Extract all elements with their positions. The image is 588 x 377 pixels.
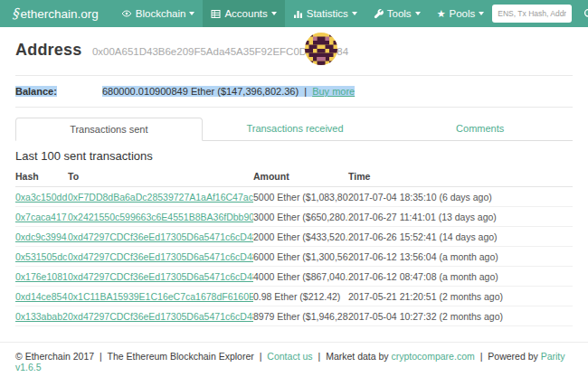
tx-amount: 5000 Ether ($1,083,800.00): [253, 187, 348, 207]
search-input[interactable]: [492, 5, 572, 23]
tx-to-link[interactable]: 0xd47297CDCf36eEd17305D6a5471c6cD482c7e9…: [68, 271, 253, 282]
brand-name: etherchain.org: [21, 7, 99, 21]
nav-item-label: Blockchain: [136, 8, 186, 19]
chevron-down-icon: [479, 12, 484, 15]
footer-market-prefix: Market data by: [326, 351, 388, 362]
balance-separator: |: [304, 86, 307, 97]
footer-separator: |: [318, 351, 320, 362]
tx-hash-link[interactable]: 0xdc9c3994...: [15, 231, 68, 242]
col-header-amount: Amount: [253, 167, 348, 187]
nav-item-pools[interactable]: ★ Pools: [429, 0, 493, 27]
section-title: Last 100 sent transactions: [15, 149, 573, 163]
tx-time: 2017-06-12 13:56:04 (a month ago): [348, 247, 573, 267]
col-header-hash: Hash: [15, 167, 68, 187]
search-icon[interactable]: [583, 8, 588, 20]
table-header-row: Hash To Amount Time: [15, 167, 573, 187]
nav-item-blockchain[interactable]: Blockchain: [113, 0, 204, 27]
tx-time: 2017-06-12 08:47:08 (a month ago): [348, 267, 573, 287]
tx-time: 2017-06-26 15:52:41 (14 days ago): [348, 227, 573, 247]
tx-to-link[interactable]: 0xd47297CDCf36eEd17305D6a5471c6cD482c7e9…: [68, 311, 253, 322]
table-row: 0x133abab2... 0xd47297CDCf36eEd17305D6a5…: [15, 306, 573, 326]
tx-to-link[interactable]: 0x1C11BA15939E1C16eC7ca1678dF6160Ea2063B…: [68, 291, 253, 302]
tab-transactions-sent[interactable]: Transactions sent: [15, 118, 203, 141]
chevron-down-icon: [271, 12, 277, 15]
tab-bar: Transactions sent Transactions received …: [15, 118, 573, 141]
tx-amount: 4000 Ether ($867,040.00): [253, 267, 348, 287]
tx-to-link[interactable]: 0xd47297CDCf36eEd17305D6a5471c6cD482c7e9…: [68, 231, 253, 242]
nav-item-statistics[interactable]: Statistics: [285, 0, 365, 27]
footer-separator: |: [480, 351, 483, 362]
tx-amount: 2000 Ether ($433,520.00): [253, 227, 348, 247]
nav-item-tools[interactable]: Tools: [365, 0, 429, 27]
footer-separator: |: [260, 351, 262, 362]
footer-separator: |: [100, 351, 102, 362]
tx-hash-link[interactable]: 0x176e1081...: [15, 271, 68, 282]
wrench-icon: [374, 9, 384, 19]
contact-us-link[interactable]: Contact us: [267, 351, 312, 362]
tx-amount: 8979 Ether ($1,946,288.04): [253, 306, 348, 326]
eye-icon: [121, 8, 132, 19]
chevron-down-icon: [415, 12, 421, 15]
nav-item-label: Tools: [387, 8, 412, 19]
nav-item-accounts[interactable]: Accounts: [203, 0, 284, 27]
nav-item-label: Statistics: [307, 8, 348, 19]
bar-chart-icon: [293, 9, 303, 19]
tx-amount: 3000 Ether ($650,280.00): [253, 207, 348, 227]
buy-more-link[interactable]: Buy more: [312, 86, 355, 97]
main-content: Address 0x00A651D43B6e209F5Ada45A35F92EF…: [0, 27, 588, 326]
page-footer: © Etherchain 2017 | The Ethereum Blockch…: [0, 342, 588, 372]
tx-time: 2017-07-04 18:35:10 (6 days ago): [348, 187, 573, 207]
search-area: [492, 0, 588, 27]
tab-transactions-received[interactable]: Transactions received: [203, 118, 388, 141]
divider: [15, 107, 573, 108]
tx-hash-link[interactable]: 0xa3c150dd...: [15, 192, 68, 203]
table-row: 0xd14ce854... 0x1C11BA15939E1C16eC7ca167…: [15, 287, 573, 306]
cryptocompare-link[interactable]: cryptocompare.com: [392, 351, 475, 362]
tx-hash-link[interactable]: 0x531505dc...: [15, 251, 68, 262]
table-row: 0xa3c150dd... 0xF7DD8dBa6aDc28539727A1aA…: [15, 187, 573, 207]
tx-hash-link[interactable]: 0x133abab2...: [15, 311, 68, 322]
address-header: Address 0x00A651D43B6e209F5Ada45A35F92EF…: [15, 27, 573, 75]
footer-copyright: © Etherchain 2017: [15, 351, 94, 362]
brand-logo[interactable]: § etherchain.org: [12, 0, 99, 27]
col-header-to: To: [68, 167, 253, 187]
tx-to-link[interactable]: 0x2421550c599663c6E4551B8BA36fDbb904B4F0…: [68, 212, 253, 222]
nav-item-label: Pools: [450, 8, 476, 19]
transactions-table: Hash To Amount Time 0xa3c150dd... 0xF7DD…: [15, 167, 573, 326]
nav-menu: Blockchain Accounts Statistics Tools ★: [113, 0, 492, 27]
balance-label: Balance:: [15, 86, 102, 97]
table-row: 0x176e1081... 0xd47297CDCf36eEd17305D6a5…: [15, 267, 573, 287]
address-identicon: [305, 33, 337, 65]
footer-powered-prefix: Powered by: [488, 351, 537, 362]
tx-time: 2017-05-21 21:20:51 (2 months ago): [348, 287, 573, 306]
tx-time: 2017-05-04 10:27:32 (2 months ago): [348, 306, 573, 326]
tx-to-link[interactable]: 0xd47297CDCf36eEd17305D6a5471c6cD482c7e9…: [68, 251, 253, 262]
table-row: 0x531505dc... 0xd47297CDCf36eEd17305D6a5…: [15, 247, 573, 267]
balance-row: Balance: 680000.010900849 Ether ($147,39…: [15, 76, 573, 107]
tx-to-link[interactable]: 0xF7DD8dBa6aDc28539727A1aAf16C47acb35DA4…: [68, 192, 253, 203]
chevron-down-icon: [352, 12, 357, 15]
table-icon: [211, 9, 221, 19]
tab-comments[interactable]: Comments: [387, 118, 573, 141]
tx-hash-link[interactable]: 0x7caca417...: [15, 212, 68, 222]
tx-amount: 6000 Ether ($1,300,560.00): [253, 247, 348, 267]
table-row: 0xdc9c3994... 0xd47297CDCf36eEd17305D6a5…: [15, 227, 573, 247]
tx-amount: 0.98 Ether ($212.42): [253, 287, 348, 306]
balance-amount: 680000.010900849 Ether ($147,396,802.36): [102, 86, 299, 97]
nav-item-label: Accounts: [224, 8, 267, 19]
page-title: Address: [15, 41, 81, 59]
table-row: 0x7caca417... 0x2421550c599663c6E4551B8B…: [15, 207, 573, 227]
etherchain-logo-icon: §: [12, 5, 19, 22]
tx-time: 2017-06-27 11:41:01 (13 days ago): [348, 207, 573, 227]
footer-tagline: The Ethereum Blockchain Explorer: [108, 351, 254, 362]
balance-value: 680000.010900849 Ether ($147,396,802.36)…: [102, 86, 355, 97]
top-navbar: § etherchain.org Blockchain Accounts Sta…: [0, 0, 588, 27]
star-icon: ★: [437, 9, 446, 19]
col-header-time: Time: [348, 167, 573, 187]
tx-hash-link[interactable]: 0xd14ce854...: [15, 291, 68, 302]
chevron-down-icon: [189, 12, 194, 15]
